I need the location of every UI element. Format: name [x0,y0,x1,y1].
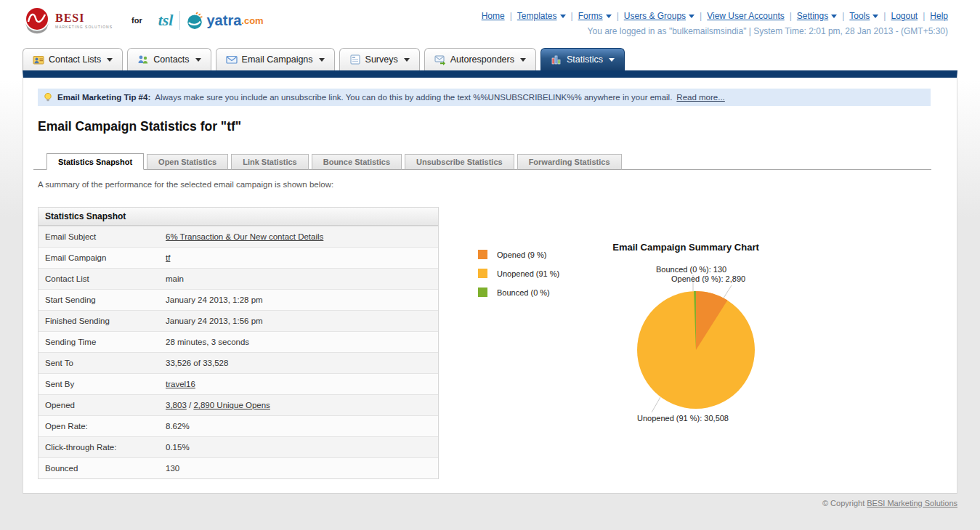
nav-separator: | [571,11,573,21]
besi-logo-text: BESI MARKETING SOLUTIONS [55,12,113,29]
for-label: for [131,16,142,25]
tab-label: Surveys [365,54,398,65]
copyright-link[interactable]: BESI Marketing Solutions [867,499,957,507]
top-navigation: Home | Templates | Forms | Users & Group… [482,11,948,21]
tab-email-campaigns[interactable]: Email Campaigns [216,48,335,70]
callout-unopened: Unopened (91 %): 30,508 [637,414,729,423]
subtab-statistics-snapshot[interactable]: Statistics Snapshot [46,153,144,170]
legend-swatch-unopened [478,269,487,278]
tab-statistics[interactable]: Statistics [540,48,625,70]
subtab-forwarding-statistics[interactable]: Forwarding Statistics [517,154,622,170]
row-label: Sending Time [39,338,166,346]
tip-text: Always make sure you include an unsubscr… [155,93,672,102]
autoresponders-icon [434,54,446,65]
table-header: Statistics Snapshot [39,208,438,226]
row-label: Sent To [39,359,166,367]
tab-contacts[interactable]: Contacts [127,48,211,70]
read-more-link[interactable]: Read more... [676,93,724,102]
table-row-email-subject: Email Subject 6% Transaction & Our New c… [39,226,438,247]
nav-link-logout[interactable]: Logout [891,11,918,21]
tab-autoresponders[interactable]: Autoresponders [424,48,536,70]
tip-title: Email Marketing Tip #4: [57,93,150,102]
nav-link-help[interactable]: Help [930,11,948,21]
unique-opens-link[interactable]: 2,890 Unique Opens [193,401,270,409]
tab-label: Contacts [153,54,189,65]
table-row-sent-by: Sent By travel16 [39,373,438,394]
tab-label: Autoresponders [450,54,514,65]
chart-title: Email Campaign Summary Chart [577,242,795,253]
table-row-bounced: Bounced 130 [39,457,438,478]
app-logos: BESI MARKETING SOLUTIONS for tsl yatra .… [23,6,264,35]
nav-separator: | [842,11,844,21]
besi-subtitle: MARKETING SOLUTIONS [55,25,113,29]
copyright-text: © Copyright [822,499,864,507]
email-subject-link[interactable]: 6% Transaction & Our New contact Details [166,232,323,241]
table-row-open-rate: Open Rate: 8.62% [39,415,438,436]
nav-separator: | [790,11,792,21]
legend-label: Opened (9 %) [497,250,546,259]
nav-link-forms[interactable]: Forms [578,11,612,21]
legend-item-bounced: Bounced (0 %) [478,288,550,297]
nav-link-users-groups[interactable]: Users & Groups [624,11,694,21]
table-row-sent-to: Sent To 33,526 of 33,528 [39,352,438,373]
table-row-contact-list: Contact List main [39,268,438,289]
chevron-down-icon [404,58,410,62]
yatra-logo-text: yatra [206,12,241,29]
legend-item-opened: Opened (9 %) [478,250,546,259]
legend-swatch-bounced [478,288,487,297]
table-row-start-sending: Start Sending January 24 2013, 1:28 pm [39,289,438,310]
tsl-logo-text: tsl [158,11,174,30]
table-row-click-through-rate: Click-through Rate: 0.15% [39,436,438,457]
subtab-link-statistics[interactable]: Link Statistics [231,154,309,170]
tab-surveys[interactable]: Surveys [339,48,420,70]
table-row-opened: Opened 3,803 / 2,890 Unique Opens [39,394,438,415]
email-marketing-tip-banner: Email Marketing Tip #4: Always make sure… [38,89,931,106]
table-row-finished-sending: Finished Sending January 24 2013, 1:56 p… [39,310,438,331]
besi-name: BESI [55,12,113,24]
subtab-unsubscribe-statistics[interactable]: Unsubscribe Statistics [405,154,514,170]
pie-chart [623,272,775,425]
row-label: Email Subject [39,232,166,241]
row-label: Email Campaign [39,253,166,262]
callout-opened: Opened (9 %): 2,890 [671,274,745,283]
row-label: Bounced [39,464,166,473]
subtab-open-statistics[interactable]: Open Statistics [147,154,228,170]
yatra-tld-text: .com [241,15,263,26]
besi-logo-icon [23,6,52,35]
legend-label: Bounced (0 %) [497,288,550,297]
row-value: 0.15% [166,443,190,452]
row-value: 130 [166,464,179,473]
lightbulb-icon [43,92,53,102]
tab-label: Statistics [567,54,603,65]
row-label: Click-through Rate: [39,443,166,452]
summary-description: A summary of the performance for the sel… [38,180,333,189]
nav-separator: | [700,11,702,21]
statistics-icon [551,54,562,65]
nav-link-settings[interactable]: Settings [797,11,837,21]
nav-separator: | [923,11,925,21]
legend-swatch-opened [478,250,487,259]
nav-link-templates[interactable]: Templates [517,11,566,21]
surveys-icon [349,54,361,65]
email-campaigns-icon [226,54,238,65]
nav-link-home[interactable]: Home [482,11,505,21]
email-campaign-link[interactable]: tf [166,253,170,262]
row-label: Start Sending [39,295,166,304]
row-label: Open Rate: [39,422,166,431]
footer: © Copyright BESI Marketing Solutions [822,499,957,507]
sent-by-link[interactable]: travel16 [166,380,195,388]
statistics-snapshot-table: Statistics Snapshot Email Subject 6% Tra… [38,207,439,479]
chevron-down-icon [689,15,694,18]
logo-divider [179,11,180,30]
chevron-down-icon [195,58,201,62]
nav-link-tools[interactable]: Tools [849,11,878,21]
table-row-sending-time: Sending Time 28 minutes, 3 seconds [39,331,438,352]
tab-contact-lists[interactable]: Contact Lists [23,48,123,70]
subtab-bounce-statistics[interactable]: Bounce Statistics [312,154,402,170]
total-opens-link[interactable]: 3,803 [166,401,187,409]
row-value: 33,526 of 33,528 [166,359,228,367]
nav-link-view-user-accounts[interactable]: View User Accounts [707,11,785,21]
chevron-down-icon [872,15,878,18]
nav-separator: | [883,11,886,21]
nav-separator: | [617,11,619,21]
